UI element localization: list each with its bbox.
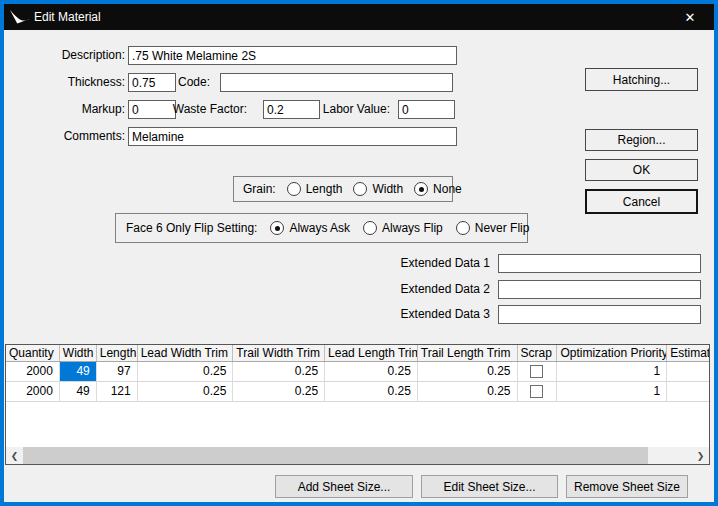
remove-sheet-size-button[interactable]: Remove Sheet Size xyxy=(566,475,688,498)
column-header-length: Length xyxy=(97,345,138,361)
scrap-checkbox[interactable] xyxy=(530,365,543,378)
scroll-left-icon: ❮ xyxy=(11,451,19,461)
code-label: Code: xyxy=(160,73,210,92)
waste-factor-label: Waste Factor: xyxy=(147,100,247,119)
face6-flip-group: Face 6 Only Flip Setting: Always Ask Alw… xyxy=(115,213,528,243)
cell-trail-width-trim[interactable]: 0.25 xyxy=(233,362,325,381)
scroll-right-button[interactable]: ❯ xyxy=(692,447,709,464)
radio-icon xyxy=(353,182,367,196)
grain-width-label: Width xyxy=(372,182,403,196)
comments-input[interactable] xyxy=(128,127,457,146)
labor-value-label: Labor Value: xyxy=(290,100,390,119)
table-row: 2000 49 121 0.25 0.25 0.25 0.25 1 xyxy=(6,382,709,402)
grain-none-radio[interactable]: None xyxy=(414,182,462,196)
cell-quantity[interactable]: 2000 xyxy=(6,362,60,381)
column-header-trail-length-trim: Trail Length Trim xyxy=(418,345,518,361)
cell-trail-width-trim[interactable]: 0.25 xyxy=(233,382,325,401)
extended-data-2-label: Extended Data 2 xyxy=(390,280,490,299)
scrap-checkbox[interactable] xyxy=(530,385,543,398)
cell-lead-length-trim[interactable]: 0.25 xyxy=(325,362,418,381)
grain-length-radio[interactable]: Length xyxy=(287,182,343,196)
extended-data-2-input[interactable] xyxy=(498,280,701,299)
face6-always-flip-radio[interactable]: Always Flip xyxy=(363,221,443,235)
app-logo-icon xyxy=(9,7,31,27)
table-header-row: Quantity Width Length Lead Width Trim Tr… xyxy=(6,345,709,362)
cell-scrap xyxy=(518,382,558,401)
column-header-scrap: Scrap xyxy=(518,345,558,361)
face6-never-flip-radio[interactable]: Never Flip xyxy=(456,221,530,235)
cell-optimization-priority[interactable]: 1 xyxy=(557,382,667,401)
description-input[interactable] xyxy=(128,46,457,65)
scroll-left-button[interactable]: ❮ xyxy=(6,447,23,464)
extended-data-1-label: Extended Data 1 xyxy=(390,254,490,273)
extended-data-3-label: Extended Data 3 xyxy=(390,305,490,324)
cell-length[interactable]: 121 xyxy=(97,382,138,401)
sheet-size-table: Quantity Width Length Lead Width Trim Tr… xyxy=(5,344,710,465)
radio-icon xyxy=(363,221,377,235)
markup-label: Markup: xyxy=(14,100,125,119)
column-header-quantity: Quantity xyxy=(6,345,60,361)
column-header-optimization-priority: Optimization Priority xyxy=(557,345,667,361)
close-icon: ✕ xyxy=(685,10,696,25)
table-row: 2000 49 97 0.25 0.25 0.25 0.25 1 xyxy=(6,362,709,382)
cell-trail-length-trim[interactable]: 0.25 xyxy=(418,362,518,381)
cell-lead-width-trim[interactable]: 0.25 xyxy=(138,362,234,381)
window-title: Edit Material xyxy=(34,4,101,30)
cell-width[interactable]: 49 xyxy=(60,382,97,401)
grain-width-radio[interactable]: Width xyxy=(353,182,403,196)
cell-estimat[interactable] xyxy=(667,382,709,401)
face6-flip-label: Face 6 Only Flip Setting: xyxy=(126,221,257,235)
column-header-trail-width-trim: Trail Width Trim xyxy=(233,345,325,361)
radio-icon xyxy=(287,182,301,196)
scrollbar-thumb[interactable] xyxy=(23,447,648,464)
extended-data-3-input[interactable] xyxy=(498,305,701,324)
grain-group: Grain: Length Width None xyxy=(233,176,453,202)
ok-button[interactable]: OK xyxy=(585,159,698,181)
region-button[interactable]: Region... xyxy=(585,129,698,151)
column-header-lead-width-trim: Lead Width Trim xyxy=(138,345,234,361)
cell-estimat[interactable] xyxy=(667,362,709,381)
grain-label: Grain: xyxy=(243,182,276,196)
hatching-button[interactable]: Hatching... xyxy=(585,68,698,91)
cell-trail-length-trim[interactable]: 0.25 xyxy=(418,382,518,401)
edit-sheet-size-button[interactable]: Edit Sheet Size... xyxy=(421,475,558,498)
close-button[interactable]: ✕ xyxy=(674,4,706,30)
grain-none-label: None xyxy=(433,182,462,196)
radio-checked-icon xyxy=(414,182,428,196)
cell-optimization-priority[interactable]: 1 xyxy=(557,362,667,381)
cancel-button[interactable]: Cancel xyxy=(585,189,698,214)
code-input[interactable] xyxy=(220,73,453,92)
face6-always-ask-label: Always Ask xyxy=(289,221,350,235)
add-sheet-size-button[interactable]: Add Sheet Size... xyxy=(275,475,413,498)
face6-always-flip-label: Always Flip xyxy=(382,221,443,235)
column-header-estimat: Estimat xyxy=(667,345,709,361)
extended-data-1-input[interactable] xyxy=(498,254,701,273)
grain-length-label: Length xyxy=(306,182,343,196)
cell-lead-length-trim[interactable]: 0.25 xyxy=(325,382,418,401)
title-bar: Edit Material ✕ xyxy=(4,4,714,30)
description-label: Description: xyxy=(14,46,125,65)
face6-never-flip-label: Never Flip xyxy=(475,221,530,235)
edit-material-dialog: Edit Material ✕ Description: Thickness: … xyxy=(0,0,718,506)
labor-value-input[interactable] xyxy=(398,100,455,119)
comments-label: Comments: xyxy=(14,127,125,146)
horizontal-scrollbar[interactable]: ❮ ❯ xyxy=(6,447,709,464)
cell-quantity[interactable]: 2000 xyxy=(6,382,60,401)
cell-width-selected[interactable]: 49 xyxy=(60,362,97,381)
face6-always-ask-radio[interactable]: Always Ask xyxy=(270,221,350,235)
cell-lead-width-trim[interactable]: 0.25 xyxy=(138,382,234,401)
cell-scrap xyxy=(518,362,558,381)
cell-length[interactable]: 97 xyxy=(97,362,138,381)
thickness-label: Thickness: xyxy=(14,73,125,92)
scroll-right-icon: ❯ xyxy=(697,451,705,461)
column-header-width: Width xyxy=(60,345,97,361)
radio-icon xyxy=(456,221,470,235)
column-header-lead-length-trim: Lead Length Trim xyxy=(325,345,418,361)
radio-checked-icon xyxy=(270,221,284,235)
